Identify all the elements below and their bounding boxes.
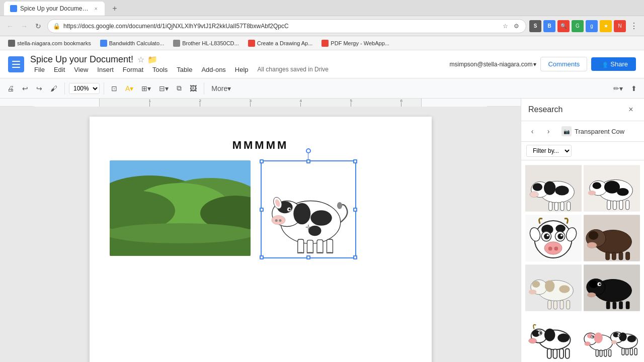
svg-rect-150	[626, 348, 628, 355]
svg-point-144	[619, 332, 627, 341]
landscape-image[interactable]	[110, 160, 251, 256]
share-button[interactable]: 👥 Share	[591, 57, 636, 71]
drawing-tools-button[interactable]: ✏ ▾	[610, 82, 626, 95]
address-bar[interactable]: 🔒 ☆ ⚙	[47, 19, 526, 33]
ext-icon-4[interactable]: G	[572, 20, 584, 32]
research-image-1[interactable]	[525, 164, 582, 212]
ext-icon-7[interactable]: N	[614, 20, 626, 32]
new-tab-button[interactable]: +	[108, 2, 122, 16]
settings-icon[interactable]: ⚙	[512, 22, 521, 31]
text-style-icon: ⊡	[111, 84, 117, 93]
undo-button[interactable]: ↩	[19, 82, 31, 95]
menu-edit[interactable]: Edit	[50, 65, 69, 74]
ext-icon-1[interactable]: S	[529, 20, 541, 32]
bookmark-pdfmergy[interactable]: PDF Mergy - WebApp...	[317, 39, 393, 48]
bookmark-brother[interactable]: Brother HL-L8350CD...	[169, 39, 243, 48]
reload-button[interactable]: ↻	[32, 20, 44, 32]
menu-table[interactable]: Table	[173, 65, 196, 74]
research-image-3[interactable]	[525, 214, 582, 262]
ext-icon-6[interactable]: ★	[600, 20, 612, 32]
page-title-text: MMMMM	[110, 137, 412, 152]
bookmark-drawing[interactable]: Create a Drawing Ap...	[244, 39, 317, 48]
bookmark-stella[interactable]: stella-niagara.com bookmarks	[4, 39, 95, 48]
forward-button[interactable]: →	[18, 20, 30, 32]
bookmark-bandwidth[interactable]: Bandwidth Calculato...	[96, 39, 168, 48]
menu-file[interactable]: File	[30, 65, 49, 74]
svg-rect-138	[600, 350, 602, 356]
cow-selected-image[interactable]: ✛	[261, 160, 356, 258]
more-chevron-icon: ▾	[227, 84, 231, 93]
research-image-4[interactable]	[584, 214, 640, 262]
research-image-2[interactable]	[584, 164, 640, 212]
svg-text:6: 6	[400, 99, 403, 103]
handle-top-left[interactable]	[260, 159, 264, 163]
border-button[interactable]: ⊞▾	[138, 82, 154, 95]
tab-label: Spice Up your Document! - Goo...	[20, 5, 90, 12]
chrome-menu-button[interactable]: ⋮	[628, 20, 640, 32]
svg-point-84	[554, 247, 558, 251]
docs-toolbar: 🖨 ↩ ↪ 🖌 100% ⊡ A▾ ⊞▾ ⊟▾ ⧉	[0, 78, 644, 99]
svg-point-109	[587, 293, 596, 298]
rotation-handle[interactable]	[306, 148, 311, 153]
research-image-5[interactable]	[525, 264, 582, 312]
address-input[interactable]	[63, 23, 498, 30]
menu-addons[interactable]: Add-ons	[197, 65, 229, 74]
table-button[interactable]: ⊟▾	[156, 82, 172, 95]
handle-top-center[interactable]	[306, 159, 310, 163]
svg-point-89	[587, 242, 597, 248]
handle-bottom-right[interactable]	[353, 255, 357, 259]
print-button[interactable]: 🖨	[4, 82, 17, 95]
research-forward-button[interactable]: ›	[541, 124, 555, 138]
folder-icon[interactable]: 📁	[147, 55, 157, 64]
landscape-svg	[110, 160, 251, 256]
redo-button[interactable]: ↪	[33, 82, 45, 95]
menu-format[interactable]: Format	[119, 65, 147, 74]
tab-docs[interactable]: Spice Up your Document! - Goo... ×	[4, 2, 105, 16]
docs-hamburger-button[interactable]	[8, 56, 24, 72]
research-close-button[interactable]: ×	[625, 104, 637, 116]
insert-image-button[interactable]: 🖼	[187, 82, 200, 95]
highlight-button[interactable]: A▾	[122, 82, 136, 95]
ext-icon-5[interactable]: g	[586, 20, 598, 32]
tab-close-icon[interactable]: ×	[93, 5, 99, 12]
zoom-select[interactable]: 100%	[69, 83, 100, 94]
menu-view[interactable]: View	[70, 65, 92, 74]
ext-icon-2[interactable]: B	[543, 20, 555, 32]
handle-middle-right[interactable]	[353, 208, 357, 212]
back-button[interactable]: ←	[4, 20, 16, 32]
rotation-handle-line	[308, 153, 308, 159]
handle-top-right[interactable]	[353, 159, 357, 163]
menu-help[interactable]: Help	[231, 65, 253, 74]
research-image-6[interactable]	[584, 264, 640, 312]
toolbar-divider-1	[64, 82, 65, 95]
handle-middle-left[interactable]	[260, 208, 264, 212]
filter-select[interactable]: Filter by...	[526, 145, 572, 157]
browser-topbar: ← → ↻ 🔒 ☆ ⚙ S B 🔍 G g ★ N ⋮	[0, 16, 644, 36]
bookmark-star-icon[interactable]: ☆	[501, 22, 510, 31]
collapse-button[interactable]: ⬆	[628, 82, 640, 95]
ext-icon-3[interactable]: 🔍	[557, 20, 570, 32]
table-icon: ⊟▾	[159, 84, 169, 93]
svg-rect-57	[560, 202, 564, 211]
star-icon[interactable]: ☆	[137, 55, 144, 64]
undo-icon: ↩	[22, 84, 28, 93]
research-image-grid	[521, 160, 644, 362]
more-button[interactable]: More ▾	[208, 82, 234, 95]
document-title[interactable]: Spice Up your Document!	[30, 54, 133, 65]
research-back-button[interactable]: ‹	[525, 124, 539, 138]
user-account[interactable]: msimpson@stella-niagara.com ▾	[450, 61, 537, 68]
paint-format-button[interactable]: 🖌	[47, 82, 60, 95]
svg-rect-140	[609, 349, 611, 356]
comments-button[interactable]: Comments	[540, 57, 587, 71]
svg-rect-113	[612, 302, 616, 309]
research-cow-svg-2	[584, 164, 640, 212]
research-cow-cartoon-svg	[525, 214, 582, 262]
menu-insert[interactable]: Insert	[93, 65, 118, 74]
image-crop-button[interactable]: ⧉	[174, 82, 185, 95]
research-image-8[interactable]	[584, 314, 640, 361]
menu-tools[interactable]: Tools	[148, 65, 172, 74]
handle-bottom-center[interactable]	[306, 255, 310, 259]
text-style-button[interactable]: ⊡	[108, 82, 120, 95]
handle-bottom-left[interactable]	[260, 255, 264, 259]
research-image-7[interactable]	[525, 314, 582, 361]
